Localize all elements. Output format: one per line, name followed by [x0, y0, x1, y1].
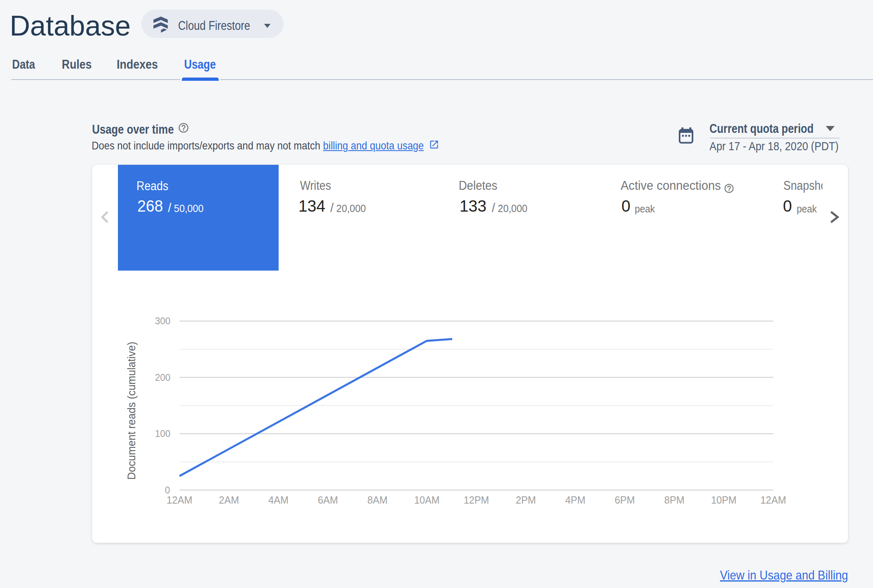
svg-text:Document reads (cumulative): Document reads (cumulative) — [126, 342, 138, 480]
svg-text:4AM: 4AM — [269, 494, 289, 506]
svg-text:12AM: 12AM — [760, 494, 786, 506]
svg-text:2AM: 2AM — [219, 494, 239, 506]
svg-text:0: 0 — [165, 485, 170, 496]
svg-text:8PM: 8PM — [664, 494, 684, 506]
svg-text:100: 100 — [155, 428, 170, 439]
svg-text:6PM: 6PM — [615, 494, 635, 506]
svg-text:12PM: 12PM — [464, 494, 489, 506]
svg-text:10PM: 10PM — [711, 494, 737, 506]
svg-text:6AM: 6AM — [318, 494, 338, 506]
svg-text:300: 300 — [155, 316, 170, 326]
svg-text:8AM: 8AM — [367, 494, 388, 506]
svg-text:4PM: 4PM — [565, 494, 585, 506]
svg-text:2PM: 2PM — [516, 494, 536, 506]
svg-text:10AM: 10AM — [414, 494, 440, 506]
svg-text:200: 200 — [155, 372, 170, 383]
svg-text:12AM: 12AM — [167, 494, 193, 506]
